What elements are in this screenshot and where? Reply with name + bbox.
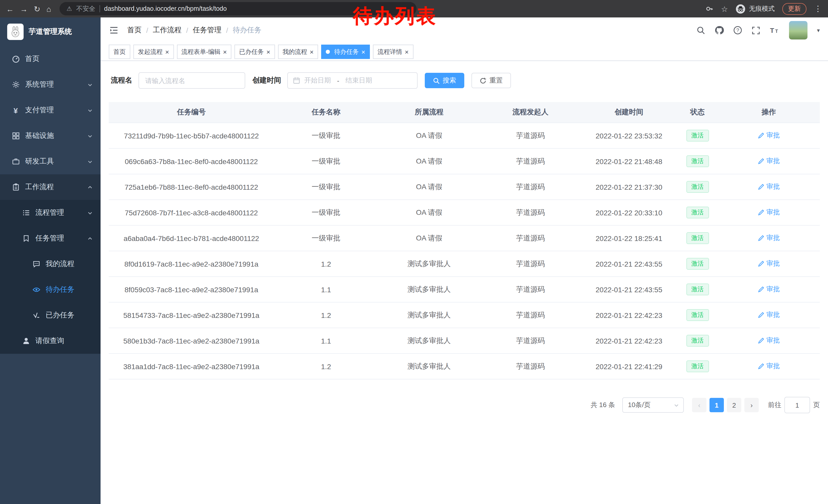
tab-form-editor[interactable]: 流程表单-编辑 × bbox=[177, 45, 232, 59]
page-size-select[interactable]: 10条/页 bbox=[622, 397, 684, 413]
tab-home[interactable]: 首页 bbox=[109, 45, 130, 59]
sidebar-item-process-management[interactable]: 流程管理 bbox=[0, 200, 100, 226]
search-button-label: 搜索 bbox=[443, 76, 456, 85]
task-name-cell: 1.2 bbox=[274, 302, 378, 328]
security-label[interactable]: 不安全 bbox=[76, 4, 95, 13]
reload-icon[interactable]: ↻ bbox=[34, 5, 40, 12]
tab-todo-tasks[interactable]: 待办任务 × bbox=[321, 45, 370, 59]
task-name-cell: 1.2 bbox=[274, 354, 378, 379]
sidebar-item-devtools[interactable]: 研发工具 bbox=[0, 149, 100, 174]
sidebar-item-my-process[interactable]: 我的流程 bbox=[0, 251, 100, 277]
sidebar-item-infrastructure[interactable]: 基础设施 bbox=[0, 123, 100, 149]
goto-page: 前往 页 bbox=[768, 397, 820, 413]
table-row: 381aa1dd-7ac8-11ec-a9e2-a2380e71991a 1.2… bbox=[109, 354, 820, 379]
close-icon[interactable]: × bbox=[405, 48, 409, 55]
check-icon bbox=[32, 311, 41, 319]
approve-link[interactable]: 审批 bbox=[758, 336, 780, 345]
sidebar-item-label: 任务管理 bbox=[35, 234, 64, 243]
svg-text:?: ? bbox=[736, 28, 739, 33]
process-name-input[interactable] bbox=[138, 72, 245, 89]
browser-menu-icon[interactable]: ⋮ bbox=[814, 4, 822, 13]
breadcrumb-workflow[interactable]: 工作流程 bbox=[153, 26, 181, 35]
task-name-cell: 一级审批 bbox=[274, 225, 378, 251]
page-button-1[interactable]: 1 bbox=[709, 398, 724, 412]
sidebar-item-home[interactable]: 首页 bbox=[0, 46, 100, 72]
approve-link[interactable]: 审批 bbox=[758, 234, 780, 243]
starter-cell: 芋道源码 bbox=[480, 354, 581, 379]
status-cell: 激活 bbox=[677, 148, 718, 174]
task-id-cell: 381aa1dd-7ac8-11ec-a9e2-a2380e71991a bbox=[109, 354, 274, 379]
search-button[interactable]: 搜索 bbox=[425, 73, 464, 88]
action-cell: 审批 bbox=[718, 174, 820, 200]
approve-link[interactable]: 审批 bbox=[758, 131, 780, 140]
approve-link[interactable]: 审批 bbox=[758, 259, 780, 268]
close-icon[interactable]: × bbox=[266, 48, 270, 55]
status-badge: 激活 bbox=[686, 130, 709, 141]
edit-icon bbox=[758, 209, 764, 216]
create-time-cell: 2022-01-22 20:33:10 bbox=[581, 200, 677, 225]
sidebar-item-done-tasks[interactable]: 已办任务 bbox=[0, 303, 100, 328]
sidebar-item-task-management[interactable]: 任务管理 bbox=[0, 226, 100, 251]
update-button[interactable]: 更新 bbox=[782, 3, 806, 15]
back-icon[interactable]: ← bbox=[6, 5, 14, 12]
sidebar-item-todo-tasks[interactable]: 待办任务 bbox=[0, 277, 100, 303]
close-icon[interactable]: × bbox=[223, 48, 227, 55]
key-icon[interactable] bbox=[705, 5, 713, 13]
prev-page-button[interactable]: ‹ bbox=[692, 398, 706, 412]
action-cell: 审批 bbox=[718, 354, 820, 379]
sidebar-item-label: 工作流程 bbox=[25, 183, 54, 192]
approve-link[interactable]: 审批 bbox=[758, 311, 780, 320]
reset-button[interactable]: 重置 bbox=[471, 73, 511, 88]
date-range-picker[interactable]: 开始日期 - 结束日期 bbox=[287, 72, 418, 89]
eye-icon bbox=[32, 286, 41, 294]
process-cell: 测试多审批人 bbox=[378, 251, 480, 277]
tab-process-detail[interactable]: 流程详情 × bbox=[373, 45, 413, 59]
svg-text:T: T bbox=[770, 27, 774, 34]
approve-link[interactable]: 审批 bbox=[758, 285, 780, 294]
column-header: 所属流程 bbox=[378, 102, 480, 123]
goto-page-input[interactable] bbox=[784, 397, 810, 413]
sidebar-item-payment[interactable]: ¥ 支付管理 bbox=[0, 97, 100, 123]
close-icon[interactable]: × bbox=[310, 48, 314, 55]
approve-link[interactable]: 审批 bbox=[758, 208, 780, 217]
font-size-icon[interactable]: TT bbox=[770, 26, 780, 35]
action-cell: 审批 bbox=[718, 148, 820, 174]
sidebar-item-leave-query[interactable]: 请假查询 bbox=[0, 328, 100, 354]
top-navbar: 首页 / 工作流程 / 任务管理 / 待办任务 ? bbox=[100, 17, 828, 43]
page-button-2[interactable]: 2 bbox=[727, 398, 741, 412]
help-icon[interactable]: ? bbox=[733, 26, 743, 35]
table-row: 73211d9d-7b9b-11ec-b5b7-acde48001122 一级审… bbox=[109, 123, 820, 148]
tab-label: 流程表单-编辑 bbox=[181, 47, 220, 56]
tab-start-process[interactable]: 发起流程 × bbox=[133, 45, 174, 59]
avatar[interactable] bbox=[789, 21, 808, 40]
approve-link[interactable]: 审批 bbox=[758, 156, 780, 166]
incognito-label: 无痕模式 bbox=[749, 4, 775, 13]
tab-my-process[interactable]: 我的流程 × bbox=[278, 45, 318, 59]
close-icon[interactable]: × bbox=[165, 48, 169, 55]
create-time-cell: 2022-01-21 22:43:55 bbox=[581, 277, 677, 302]
task-id-cell: 8f0d1619-7ac8-11ec-a9e2-a2380e71991a bbox=[109, 251, 274, 277]
table-row: 8f0d1619-7ac8-11ec-a9e2-a2380e71991a 1.2… bbox=[109, 251, 820, 277]
collapse-sidebar-icon[interactable] bbox=[109, 25, 119, 35]
approve-link[interactable]: 审批 bbox=[758, 182, 780, 191]
table-row: 580e1b3d-7ac8-11ec-a9e2-a2380e71991a 1.1… bbox=[109, 328, 820, 354]
breadcrumb-separator: / bbox=[146, 26, 148, 34]
github-icon[interactable] bbox=[715, 26, 724, 35]
tab-done-tasks[interactable]: 已办任务 × bbox=[235, 45, 275, 59]
task-id-cell: a6aba0a4-7b6d-11ec-b781-acde48001122 bbox=[109, 225, 274, 251]
approve-link[interactable]: 审批 bbox=[758, 362, 780, 371]
breadcrumb-task-management[interactable]: 任务管理 bbox=[193, 26, 222, 35]
caret-down-icon[interactable]: ▾ bbox=[817, 27, 820, 34]
fullscreen-icon[interactable] bbox=[752, 26, 760, 35]
sidebar-item-system[interactable]: 系统管理 bbox=[0, 72, 100, 97]
forward-icon[interactable]: → bbox=[20, 5, 28, 12]
next-page-button[interactable]: › bbox=[744, 398, 759, 412]
search-icon[interactable] bbox=[697, 26, 706, 35]
close-icon[interactable]: × bbox=[362, 48, 365, 55]
create-time-cell: 2022-01-21 22:42:23 bbox=[581, 328, 677, 354]
home-icon[interactable]: ⌂ bbox=[46, 5, 51, 12]
sidebar-item-workflow[interactable]: 工作流程 bbox=[0, 174, 100, 200]
bookmark-star-icon[interactable]: ☆ bbox=[721, 5, 728, 12]
breadcrumb-home[interactable]: 首页 bbox=[127, 26, 141, 35]
approve-link-label: 审批 bbox=[767, 131, 780, 140]
